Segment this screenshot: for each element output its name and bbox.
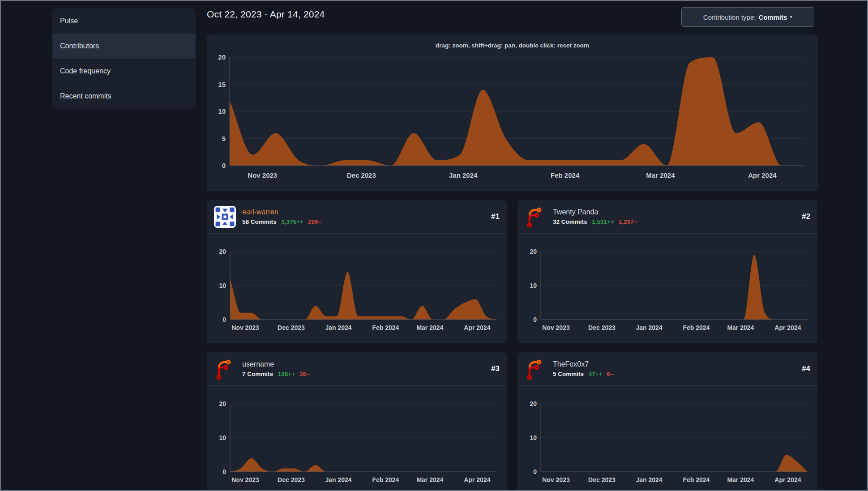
- svg-text:Jan 2024: Jan 2024: [636, 476, 662, 483]
- deletions-count: 6--: [607, 371, 614, 377]
- contributor-chart-wrap: 01020Nov 2023Dec 2023Jan 2024Feb 2024Mar…: [517, 234, 817, 332]
- svg-text:Jan 2024: Jan 2024: [636, 324, 662, 331]
- svg-text:Apr 2024: Apr 2024: [748, 171, 777, 179]
- svg-text:Mar 2024: Mar 2024: [646, 171, 675, 179]
- contribution-type-label: Contribution type:: [703, 13, 756, 21]
- svg-text:Nov 2023: Nov 2023: [231, 324, 259, 331]
- sidebar-item-recent-commits[interactable]: Recent commits: [52, 84, 196, 109]
- svg-text:Dec 2023: Dec 2023: [278, 324, 305, 331]
- svg-text:0: 0: [533, 468, 537, 475]
- deletions-count: 36--: [299, 371, 310, 377]
- chevron-down-icon: ▾: [790, 14, 793, 20]
- svg-text:Apr 2024: Apr 2024: [774, 476, 801, 483]
- contributor-stats: 5 Commits 47++ 6--: [553, 370, 802, 378]
- contributor-title: Twenty Panda 32 Commits 1,531++ 1,297--: [553, 208, 802, 226]
- svg-text:10: 10: [218, 107, 226, 115]
- contributor-card: TheFox0x7 5 Commits 47++ 6-- #4 01020Nov…: [517, 352, 817, 491]
- date-range-title: Oct 22, 2023 - Apr 14, 2024: [207, 9, 325, 20]
- contributor-rank-badge: #1: [491, 212, 500, 221]
- contributor-chart-wrap: 01020Nov 2023Dec 2023Jan 2024Feb 2024Mar…: [207, 386, 507, 484]
- svg-text:Nov 2023: Nov 2023: [248, 171, 277, 179]
- svg-text:Mar 2024: Mar 2024: [416, 476, 443, 483]
- svg-text:10: 10: [219, 282, 226, 289]
- svg-text:5: 5: [222, 135, 226, 142]
- commit-count: 58 Commits: [242, 218, 277, 225]
- svg-text:10: 10: [219, 434, 226, 441]
- svg-text:Apr 2024: Apr 2024: [464, 476, 490, 483]
- contributor-activity-chart[interactable]: 01020Nov 2023Dec 2023Jan 2024Feb 2024Mar…: [214, 234, 500, 332]
- svg-text:Nov 2023: Nov 2023: [231, 476, 259, 483]
- sidebar-item-pulse[interactable]: Pulse: [52, 9, 196, 34]
- contributor-chart-wrap: 01020Nov 2023Dec 2023Jan 2024Feb 2024Mar…: [207, 234, 507, 332]
- contributor-card: Twenty Panda 32 Commits 1,531++ 1,297-- …: [517, 200, 817, 343]
- contributor-activity-chart[interactable]: 01020Nov 2023Dec 2023Jan 2024Feb 2024Mar…: [525, 386, 810, 484]
- sidebar-item-code-frequency[interactable]: Code frequency: [52, 59, 196, 84]
- contributor-chart-wrap: 01020Nov 2023Dec 2023Jan 2024Feb 2024Mar…: [517, 386, 817, 484]
- contributor-stats: 7 Commits 108++ 36--: [242, 370, 491, 378]
- svg-text:Dec 2023: Dec 2023: [347, 171, 376, 179]
- svg-text:Dec 2023: Dec 2023: [588, 476, 616, 483]
- svg-text:Feb 2024: Feb 2024: [372, 324, 399, 331]
- svg-text:Dec 2023: Dec 2023: [278, 476, 305, 483]
- forgejo-logo-avatar[interactable]: [214, 358, 236, 380]
- svg-text:Jan 2024: Jan 2024: [325, 324, 351, 331]
- main-activity-panel: drag: zoom, shift+drag: pan, double clic…: [207, 34, 818, 191]
- commit-count: 7 Commits: [242, 371, 273, 377]
- contributor-activity-chart[interactable]: 01020Nov 2023Dec 2023Jan 2024Feb 2024Mar…: [525, 234, 810, 332]
- contributor-card: earl-warren 58 Commits 3,375++ 286-- #1 …: [207, 200, 507, 343]
- contributor-stats: 58 Commits 3,375++ 286--: [242, 218, 491, 226]
- svg-text:Nov 2023: Nov 2023: [542, 324, 570, 331]
- contributor-name-link[interactable]: TheFox0x7: [553, 360, 802, 369]
- contributor-rank-badge: #2: [802, 212, 810, 221]
- svg-text:10: 10: [530, 434, 537, 441]
- additions-count: 3,375++: [281, 218, 304, 225]
- contributor-name-link[interactable]: earl-warren: [242, 208, 491, 217]
- forgejo-logo-avatar[interactable]: [525, 358, 547, 380]
- svg-text:20: 20: [530, 248, 537, 255]
- svg-text:20: 20: [218, 53, 226, 61]
- additions-count: 47++: [589, 371, 603, 377]
- forgejo-logo-avatar[interactable]: [525, 206, 547, 228]
- contribution-type-value: Commits: [758, 13, 787, 21]
- svg-text:Feb 2024: Feb 2024: [683, 324, 710, 331]
- svg-text:Feb 2024: Feb 2024: [551, 171, 580, 179]
- contribution-type-dropdown[interactable]: Contribution type: Commits ▾: [681, 7, 814, 27]
- contributor-title: TheFox0x7 5 Commits 47++ 6--: [553, 360, 802, 378]
- svg-text:Dec 2023: Dec 2023: [588, 324, 616, 331]
- sidebar-item-contributors[interactable]: Contributors: [52, 34, 196, 59]
- contributor-title: username 7 Commits 108++ 36--: [242, 360, 491, 378]
- contributor-title: earl-warren 58 Commits 3,375++ 286--: [242, 208, 491, 226]
- svg-text:20: 20: [219, 400, 226, 407]
- svg-text:Apr 2024: Apr 2024: [464, 324, 490, 331]
- svg-text:0: 0: [222, 468, 226, 475]
- svg-text:Nov 2023: Nov 2023: [542, 476, 570, 483]
- contributor-card-header: earl-warren 58 Commits 3,375++ 286-- #1: [207, 200, 507, 234]
- svg-text:Feb 2024: Feb 2024: [683, 476, 710, 483]
- contributor-cards-grid: earl-warren 58 Commits 3,375++ 286-- #1 …: [207, 200, 818, 491]
- contributor-card-header: Twenty Panda 32 Commits 1,531++ 1,297-- …: [517, 200, 817, 234]
- commit-count: 32 Commits: [553, 218, 587, 225]
- svg-text:Feb 2024: Feb 2024: [372, 476, 399, 483]
- svg-text:Mar 2024: Mar 2024: [727, 324, 754, 331]
- svg-text:0: 0: [533, 316, 537, 323]
- svg-text:Jan 2024: Jan 2024: [325, 476, 351, 483]
- deletions-count: 1,297--: [619, 218, 638, 225]
- contributor-rank-badge: #4: [802, 364, 810, 373]
- chart-zoom-hint: drag: zoom, shift+drag: pan, double clic…: [214, 40, 811, 53]
- contributor-name-link[interactable]: username: [242, 360, 491, 369]
- contributor-activity-chart[interactable]: 01020Nov 2023Dec 2023Jan 2024Feb 2024Mar…: [214, 386, 500, 484]
- svg-text:20: 20: [530, 400, 537, 407]
- contributor-card: username 7 Commits 108++ 36-- #3 01020No…: [207, 352, 507, 491]
- contributor-card-header: username 7 Commits 108++ 36-- #3: [207, 352, 507, 386]
- commit-count: 5 Commits: [553, 371, 584, 377]
- contributor-stats: 32 Commits 1,531++ 1,297--: [553, 218, 802, 226]
- contributor-rank-badge: #3: [491, 364, 500, 373]
- additions-count: 1,531++: [592, 218, 614, 225]
- additions-count: 108++: [278, 371, 295, 377]
- svg-text:15: 15: [218, 81, 226, 88]
- contributor-name-link[interactable]: Twenty Panda: [553, 208, 802, 217]
- main-activity-chart[interactable]: 05101520Nov 2023Dec 2023Jan 2024Feb 2024…: [214, 53, 811, 188]
- svg-text:Mar 2024: Mar 2024: [727, 476, 754, 483]
- identicon-avatar[interactable]: [214, 206, 236, 228]
- contributor-card-header: TheFox0x7 5 Commits 47++ 6-- #4: [517, 352, 817, 386]
